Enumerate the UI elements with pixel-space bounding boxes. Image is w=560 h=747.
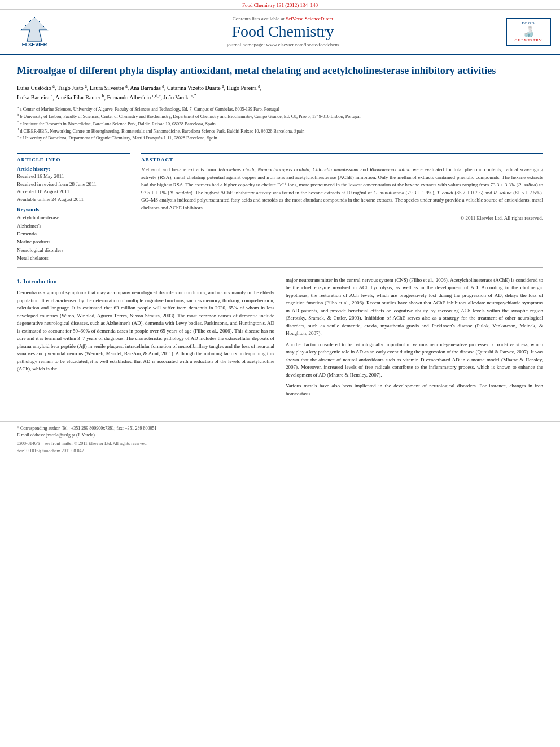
abstract-panel: ABSTRACT Methanol and hexane extracts fr… (141, 153, 543, 262)
footer-issn: 0308-8146/$ – see front matter © 2011 El… (17, 441, 543, 446)
food-chemistry-logo: FOOD 🍶 CHEMISTRY (506, 18, 551, 46)
page-footer: * Corresponding author. Tel.: +351 289 8… (0, 421, 560, 453)
revised-date: Received in revised form 28 June 2011 (17, 181, 130, 189)
abstract-text: Methanol and hexane extracts from Tetras… (141, 166, 543, 212)
intro-para-3: Another factor considered to be patholog… (286, 341, 543, 379)
affil-b: b b University of Lisbon, Faculty of Sci… (17, 112, 543, 120)
journal-ref: Food Chemistry 131 (2012) 134–140 (242, 2, 318, 8)
corresponding-text: * Corresponding author. Tel.: +351 289 8… (17, 426, 158, 431)
received-date: Received 16 May 2011 (17, 173, 130, 181)
fc-bottom-text: CHEMISTRY (509, 38, 548, 42)
doi-text: doi:10.1016/j.foodchem.2011.08.047 (17, 448, 84, 453)
journal-center-block: Contents lists available at SciVerse Sci… (65, 16, 500, 47)
sciverse-link: SciVerse ScienceDirect (286, 16, 333, 21)
affiliations: a a Center of Marine Sciences, Universit… (17, 105, 543, 141)
intro-para-4: Various metals have also been implicated… (286, 382, 543, 397)
email-text: E-mail address: jvarela@ualg.pt (J. Vare… (17, 433, 96, 438)
article-title: Microalgae of different phyla display an… (17, 64, 543, 77)
affil-c: c c Institute for Research in Biomedicin… (17, 120, 543, 127)
divider-2 (17, 267, 543, 268)
intro-heading: 1. Introduction (17, 277, 274, 286)
info-abstract-section: ARTICLE INFO Article history: Received 1… (17, 153, 543, 262)
keyword-3: Dementia (17, 230, 130, 238)
keyword-5: Neurological disorders (17, 246, 130, 254)
footnote-corresponding: * Corresponding author. Tel.: +351 289 8… (17, 425, 543, 432)
abstract-title: ABSTRACT (141, 157, 543, 163)
article-info-title: ARTICLE INFO (17, 157, 130, 163)
svg-text:ELSEVIER: ELSEVIER (22, 42, 47, 47)
intro-para-2: major neurotransmitter in the central ne… (286, 277, 543, 338)
sciverse-text: Contents lists available at (233, 16, 286, 21)
keywords-title: Keywords: (17, 207, 130, 212)
footer-doi: doi:10.1016/j.foodchem.2011.08.047 (17, 448, 543, 453)
affil-d: d d CIBER-BBN, Networking Centre on Bioe… (17, 127, 543, 134)
body-section: 1. Introduction Dementia is a group of s… (17, 277, 543, 401)
elsevier-logo: ELSEVIER (9, 14, 60, 49)
journal-title: Food Chemistry (65, 23, 500, 41)
authors: Luísa Custódio a, Tiago Justo a, Laura S… (17, 83, 543, 102)
accepted-date: Accepted 18 August 2011 (17, 188, 130, 196)
keyword-1: Acetylcholinesterase (17, 213, 130, 221)
body-col-left: 1. Introduction Dementia is a group of s… (17, 277, 274, 401)
top-bar: Food Chemistry 131 (2012) 134–140 (0, 0, 560, 10)
abstract-copyright: © 2011 Elsevier Ltd. All rights reserved… (141, 215, 543, 221)
issn-text: 0308-8146/$ – see front matter © 2011 El… (17, 441, 147, 446)
sciverse-line: Contents lists available at SciVerse Sci… (65, 16, 500, 21)
fc-top-text: FOOD (509, 21, 548, 25)
keyword-6: Metal chelators (17, 254, 130, 262)
footnote-email: E-mail address: jvarela@ualg.pt (J. Vare… (17, 432, 543, 439)
article-info-panel: ARTICLE INFO Article history: Received 1… (17, 153, 130, 262)
keywords-list: Acetylcholinesterase Alzheimer's Dementi… (17, 213, 130, 262)
divider-1 (17, 148, 543, 148)
main-content: Microalgae of different phyla display an… (0, 55, 560, 410)
body-col-right: major neurotransmitter in the central ne… (286, 277, 543, 401)
keyword-4: Marine products (17, 238, 130, 246)
journal-header: ELSEVIER Contents lists available at Sci… (0, 10, 560, 55)
history-title: Article history: (17, 166, 130, 172)
online-date: Available online 24 August 2011 (17, 196, 130, 204)
journal-homepage: journal homepage: www.elsevier.com/locat… (65, 42, 500, 47)
intro-para-1: Dementia is a group of symptoms that may… (17, 289, 274, 373)
keyword-2: Alzheimer's (17, 222, 130, 230)
affil-e: e e University of Barcelona, Department … (17, 134, 543, 141)
affil-a: a a Center of Marine Sciences, Universit… (17, 105, 543, 112)
fc-icon: 🍶 (509, 25, 548, 38)
